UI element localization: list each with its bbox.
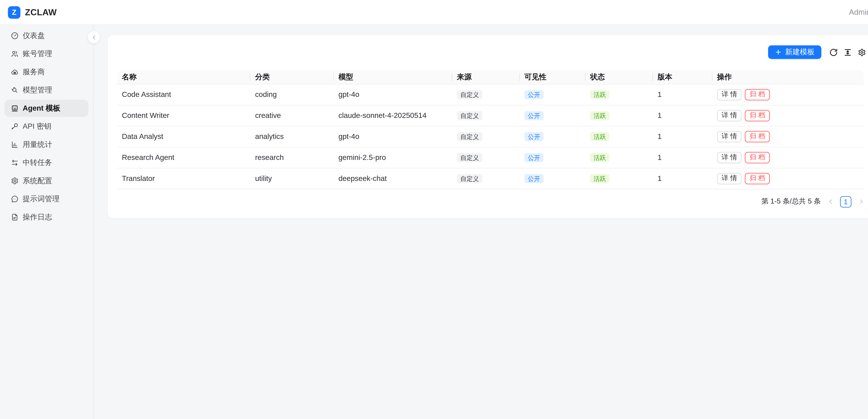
model-text: gpt-4o: [338, 132, 359, 141]
cell-version: 1: [653, 147, 713, 168]
category-text: analytics: [255, 132, 284, 141]
model-text: gemini-2.5-pro: [338, 153, 386, 162]
file-text-icon: [11, 213, 19, 221]
cell-model: gpt-4o: [334, 84, 452, 105]
table-row: Content Writercreativeclaude-sonnet-4-20…: [117, 105, 864, 126]
cell-visibility: 公开: [520, 168, 586, 189]
sidebar-item-users[interactable]: 账号管理: [4, 45, 88, 62]
sidebar-item-bar-chart[interactable]: 用量统计: [4, 136, 88, 153]
sidebar-item-label: API 密钥: [23, 121, 51, 131]
cell-status: 活跃: [586, 147, 653, 168]
cell-name: Content Writer: [117, 105, 250, 126]
sidebar-collapse-button[interactable]: [87, 31, 100, 43]
sidebar-item-gauge[interactable]: 仪表盘: [4, 27, 88, 44]
app-header: Z ZCLAW Admin: [0, 0, 868, 25]
sidebar-menu: 仪表盘账号管理服务商模型管理Agent 模板API 密钥用量统计中转任务系统配置…: [0, 27, 93, 226]
cell-source: 自定义: [453, 105, 520, 126]
cell-source: 自定义: [453, 84, 520, 105]
pagination-prev-button[interactable]: [825, 197, 836, 207]
sidebar-item-label: 账号管理: [23, 49, 52, 59]
detail-button[interactable]: 详 情: [717, 89, 742, 100]
sidebar-item-file-text[interactable]: 操作日志: [4, 209, 88, 226]
visibility-tag: 公开: [524, 153, 544, 162]
visibility-tag: 公开: [524, 90, 544, 99]
cell-status: 活跃: [586, 105, 653, 126]
sidebar-item-gear[interactable]: 系统配置: [4, 173, 88, 189]
table-row: Code Assistantcodinggpt-4o自定义公开活跃1详 情归 档: [117, 84, 864, 105]
cell-version: 1: [653, 168, 713, 189]
sidebar-item-plug[interactable]: 模型管理: [4, 82, 88, 99]
cell-name: Research Agent: [117, 147, 250, 168]
detail-button[interactable]: 详 情: [717, 173, 742, 184]
status-tag: 活跃: [590, 153, 609, 162]
archive-button[interactable]: 归 档: [745, 89, 770, 100]
cell-version: 1: [653, 84, 713, 105]
column-header-label: 名称: [122, 72, 136, 81]
transfer-icon: [11, 159, 19, 167]
new-template-button[interactable]: 新建模板: [768, 45, 821, 59]
cell-name: Code Assistant: [117, 84, 250, 105]
gauge-icon: [11, 32, 19, 40]
detail-button[interactable]: 详 情: [717, 110, 742, 121]
density-button[interactable]: [843, 48, 852, 57]
cell-model: gemini-2.5-pro: [334, 147, 452, 168]
source-tag: 自定义: [457, 111, 483, 120]
archive-button[interactable]: 归 档: [745, 131, 770, 142]
cell-category: utility: [250, 168, 334, 189]
sidebar-item-transfer[interactable]: 中转任务: [4, 154, 88, 171]
sidebar-item-label: 仪表盘: [23, 31, 45, 41]
cell-category: coding: [250, 84, 334, 105]
sidebar-item-label: 提示词管理: [23, 194, 60, 204]
column-header-label: 版本: [658, 72, 672, 81]
user-menu[interactable]: Admin: [849, 8, 868, 17]
cell-visibility: 公开: [520, 147, 586, 168]
table-row: Data Analystanalyticsgpt-4o自定义公开活跃1详 情归 …: [117, 126, 864, 147]
archive-button[interactable]: 归 档: [745, 173, 770, 184]
sidebar-item-bot[interactable]: Agent 模板: [4, 100, 88, 117]
plus-icon: [775, 49, 782, 56]
model-text: deepseek-chat: [338, 174, 386, 182]
pagination: 第 1-5 条/总共 5 条 1: [117, 195, 866, 208]
source-tag: 自定义: [457, 153, 483, 162]
name-text: Data Analyst: [122, 132, 163, 141]
cell-status: 活跃: [586, 168, 653, 189]
source-tag: 自定义: [457, 90, 483, 99]
column-height-icon: [843, 48, 852, 56]
column-header-label: 分类: [255, 72, 270, 81]
sidebar-item-key[interactable]: API 密钥: [4, 118, 88, 135]
version-text: 1: [658, 111, 662, 120]
refresh-button[interactable]: [829, 48, 838, 57]
version-text: 1: [658, 174, 662, 182]
column-header-name: 名称: [117, 70, 250, 84]
cell-actions: 详 情归 档: [712, 84, 864, 105]
cell-category: analytics: [250, 126, 334, 147]
column-header-label: 操作: [717, 72, 732, 81]
gear-icon: [11, 177, 19, 185]
archive-button[interactable]: 归 档: [745, 152, 770, 163]
column-header-category: 分类: [250, 70, 334, 84]
detail-button[interactable]: 详 情: [717, 152, 742, 163]
column-header-label: 来源: [457, 72, 472, 81]
pagination-next-button[interactable]: [856, 197, 866, 207]
gear-icon: [858, 48, 866, 56]
sidebar-item-label: 服务商: [23, 67, 45, 77]
archive-button[interactable]: 归 档: [745, 110, 770, 121]
cell-name: Translator: [117, 168, 250, 189]
detail-button[interactable]: 详 情: [717, 131, 742, 142]
cell-visibility: 公开: [520, 84, 586, 105]
column-header-model: 模型: [334, 70, 452, 84]
cell-category: creative: [250, 105, 334, 126]
cell-source: 自定义: [453, 147, 520, 168]
sidebar-item-cloud-server[interactable]: 服务商: [4, 64, 88, 81]
table-settings-button[interactable]: [857, 48, 866, 57]
category-text: coding: [255, 90, 277, 99]
cell-version: 1: [653, 105, 713, 126]
pagination-page-1[interactable]: 1: [840, 196, 851, 207]
sidebar-item-label: 操作日志: [23, 212, 52, 222]
sidebar-item-message-dots[interactable]: 提示词管理: [4, 190, 88, 208]
brand-title: ZCLAW: [25, 7, 57, 18]
visibility-tag: 公开: [524, 132, 544, 141]
cell-visibility: 公开: [520, 105, 586, 126]
status-tag: 活跃: [590, 132, 609, 141]
chevron-left-icon: [91, 34, 97, 40]
